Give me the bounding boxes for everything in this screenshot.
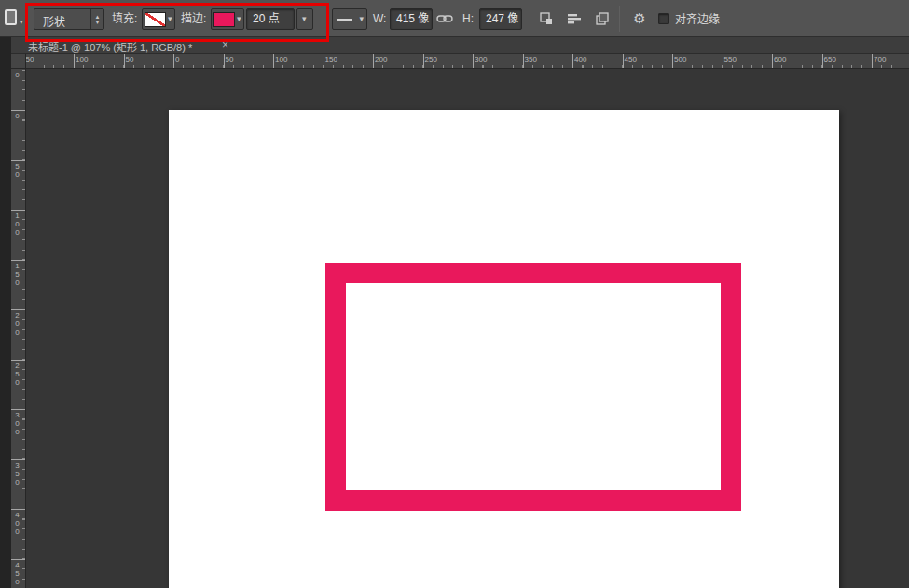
stroke-label: 描边: [181,12,206,25]
ruler-label: 300 [13,411,21,436]
ruler-label: 150 [13,262,21,287]
stroke-width-dropdown[interactable]: ▾ [296,8,313,30]
ruler-label: 50 [26,55,34,63]
ruler-label: 250 [13,362,21,387]
ruler-label: 400 [13,511,21,536]
ruler-label: 650 [824,55,836,63]
gear-icon: ⚙ [633,10,645,27]
ruler-label: 200 [375,55,387,63]
ruler-label: 50 [13,162,21,179]
height-input[interactable]: 247 像 [479,8,522,30]
chevron-down-icon: ▾ [168,15,172,23]
align-edges-checkbox[interactable] [658,13,669,24]
stroke-color-swatch [213,12,235,27]
link-dimensions-icon[interactable] [434,7,455,30]
ruler-label: 250 [425,55,437,63]
app-edge-strip [0,37,11,588]
align-button[interactable] [563,7,585,30]
ruler-label: 100 [275,55,287,63]
ruler-label: 600 [774,55,786,63]
rectangle-tool-icon [5,9,17,25]
close-icon[interactable]: × [222,38,228,51]
document-tab-title[interactable]: 未标题-1 @ 107% (矩形 1, RGB/8) * [28,39,192,54]
canvas[interactable] [169,110,839,588]
ruler-label: 550 [724,55,737,63]
stroke-type-select[interactable]: ▾ [332,8,367,30]
spinner-down-icon: ▼ [95,20,101,25]
ruler-label: 50 [126,55,134,63]
document-tab-bar: 未标题-1 @ 107% (矩形 1, RGB/8) * × [11,37,909,54]
fill-label: 填充: [112,12,137,25]
options-bar: ▾ 形状 ▲ ▼ 填充: ▾ 描边: ▾ 20 点 ▾ ▾ W: 415 像 H… [0,0,909,37]
chevron-down-icon: ▾ [20,19,23,26]
align-edges-label: 对齐边缘 [675,13,720,26]
ruler-label: 50 [226,55,234,63]
separator [619,6,620,32]
ruler-label: 700 [874,55,886,63]
stroke-width-input[interactable]: 20 点 [246,8,295,30]
ruler-label: 50 [13,69,21,79]
ruler-vertical[interactable]: 50050100150200250300350400450 [11,69,26,588]
ruler-label: 450 [13,561,21,586]
ruler-label: 450 [625,55,637,63]
ruler-label: 0 [175,55,179,63]
arrange-button[interactable] [591,7,613,30]
spinner-arrows-icon[interactable]: ▲ ▼ [90,9,103,29]
combine-shapes-button[interactable] [535,7,558,30]
fill-none-swatch [145,12,166,27]
width-input[interactable]: 415 像 [390,8,433,30]
ruler-label: 100 [13,212,21,237]
ruler-label: 150 [325,55,337,63]
chevron-down-icon: ▾ [237,15,241,23]
ruler-horizontal[interactable]: 5010050050100150200250300350400450500550… [26,54,909,69]
ruler-label: 350 [525,55,537,63]
ruler-label: 350 [13,461,21,486]
pasteboard[interactable] [26,69,909,588]
solid-line-icon [337,19,352,21]
chevron-down-icon: ▾ [359,15,364,23]
tool-mode-select[interactable]: 形状 ▲ ▼ [34,8,104,30]
ruler-label: 300 [475,55,487,63]
ruler-label: 200 [13,311,21,336]
fill-swatch-button[interactable]: ▾ [142,8,175,30]
stroke-swatch-button[interactable]: ▾ [211,8,244,30]
ruler-corner[interactable] [11,54,26,69]
shape-rect[interactable] [325,263,741,511]
ruler-label: 400 [574,55,586,63]
gear-button[interactable]: ⚙ [628,7,651,30]
ruler-label: 0 [13,112,21,120]
ruler-label: 500 [674,55,686,63]
ruler-label: 100 [76,55,88,63]
height-label: H: [462,12,474,25]
tool-mode-value: 形状 [43,13,65,29]
width-label: W: [373,12,386,25]
tool-preset-button[interactable]: ▾ [3,7,27,32]
chevron-down-icon: ▾ [302,15,307,23]
